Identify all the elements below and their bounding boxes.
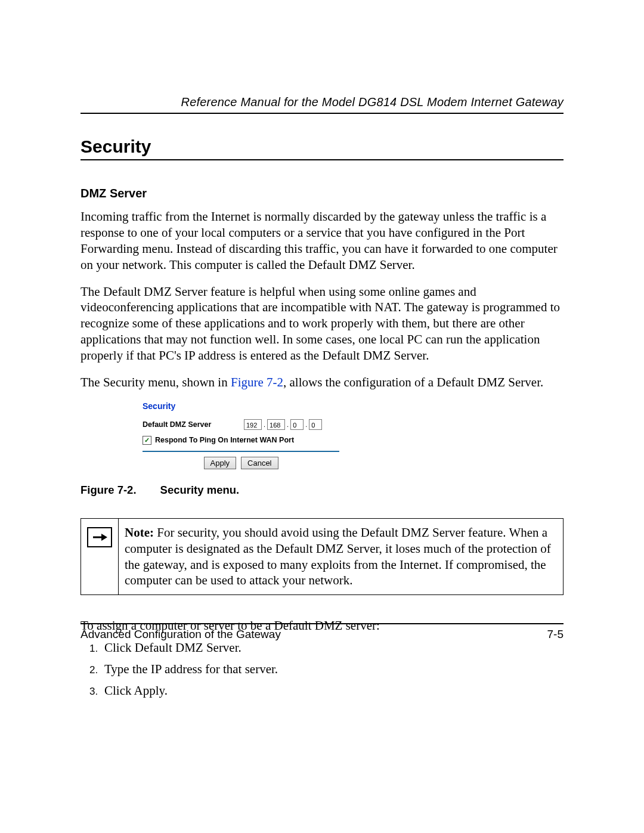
dmz-ip-octet-1[interactable]: 192 bbox=[244, 419, 262, 430]
apply-button[interactable]: Apply bbox=[204, 457, 237, 469]
ip-dot: . bbox=[305, 421, 307, 428]
dmz-row: Default DMZ Server 192 . 168 . 0 . 0 bbox=[143, 419, 351, 430]
dmz-ip-input-group: 192 . 168 . 0 . 0 bbox=[244, 419, 322, 430]
para3-text-b: , allows the configuration of a Default … bbox=[283, 375, 543, 389]
panel-heading: Security bbox=[143, 401, 351, 411]
figure-caption: Figure 7-2.Security menu. bbox=[80, 484, 564, 497]
dmz-label: Default DMZ Server bbox=[143, 420, 244, 429]
subsection-title: DMZ Server bbox=[80, 187, 564, 200]
footer-rule bbox=[80, 623, 564, 624]
security-panel: Security Default DMZ Server 192 . 168 . … bbox=[143, 401, 351, 469]
ip-dot: . bbox=[264, 421, 265, 428]
paragraph-2: The Default DMZ Server feature is helpfu… bbox=[80, 284, 564, 364]
note-body: For security, you should avoid using the… bbox=[125, 525, 551, 588]
ip-dot: . bbox=[287, 421, 289, 428]
step-2: Type the IP address for that server. bbox=[101, 659, 564, 680]
note-icon-cell bbox=[81, 519, 119, 595]
panel-button-row: Apply Cancel bbox=[143, 457, 339, 469]
figure-reference-link[interactable]: Figure 7-2 bbox=[231, 375, 283, 389]
footer-chapter: Advanced Configuration of the Gateway bbox=[80, 628, 281, 641]
note-label: Note: bbox=[125, 525, 154, 540]
dmz-ip-octet-3[interactable]: 0 bbox=[290, 419, 304, 430]
steps-list: Click Default DMZ Server. Type the IP ad… bbox=[80, 637, 564, 701]
figure-number: Figure 7-2. bbox=[80, 484, 137, 496]
panel-divider bbox=[143, 451, 339, 452]
para3-text-a: The Security menu, shown in bbox=[80, 375, 231, 389]
footer-page-number: 7-5 bbox=[547, 628, 564, 641]
respond-ping-label: Respond To Ping On Internet WAN Port bbox=[155, 436, 294, 444]
note-box: Note: For security, you should avoid usi… bbox=[80, 518, 564, 596]
paragraph-1: Incoming traffic from the Internet is no… bbox=[80, 209, 564, 273]
svg-marker-1 bbox=[101, 534, 107, 541]
running-header: Reference Manual for the Model DG814 DSL… bbox=[80, 95, 564, 109]
respond-ping-row: ✓ Respond To Ping On Internet WAN Port bbox=[143, 436, 351, 445]
cancel-button[interactable]: Cancel bbox=[241, 457, 278, 469]
dmz-ip-octet-2[interactable]: 168 bbox=[267, 419, 285, 430]
section-rule bbox=[80, 159, 564, 160]
respond-ping-checkbox[interactable]: ✓ bbox=[143, 436, 151, 445]
dmz-ip-octet-4[interactable]: 0 bbox=[309, 419, 322, 430]
figure-title: Security menu. bbox=[160, 484, 240, 496]
note-text: Note: For security, you should avoid usi… bbox=[119, 519, 563, 595]
paragraph-3: The Security menu, shown in Figure 7-2, … bbox=[80, 374, 564, 391]
section-title: Security bbox=[80, 137, 564, 157]
arrow-icon bbox=[87, 527, 112, 547]
header-rule bbox=[80, 113, 564, 114]
page-footer: Advanced Configuration of the Gateway 7-… bbox=[80, 623, 564, 641]
step-3: Click Apply. bbox=[101, 680, 564, 702]
